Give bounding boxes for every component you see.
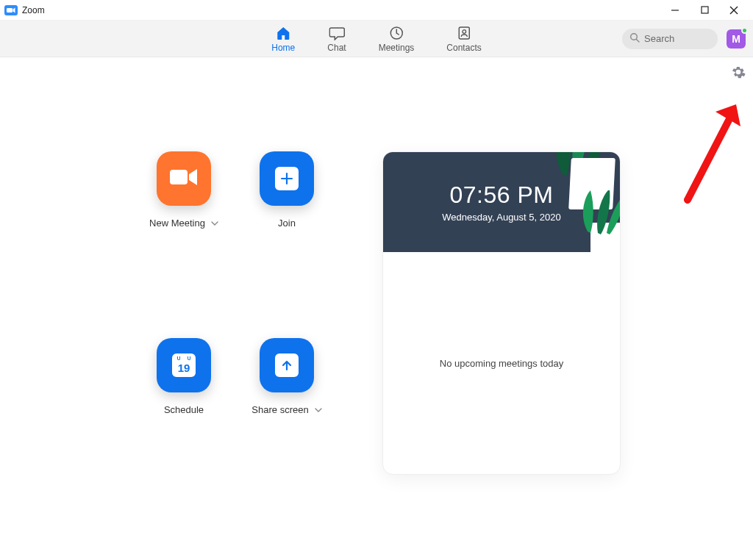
panel-header: 07:56 PM Wednesday, August 5, 2020 (383, 152, 620, 252)
window-minimize-button[interactable] (660, 0, 690, 21)
top-nav: Home Chat Meetings Contacts Search (0, 21, 753, 57)
avatar-initial: M (732, 33, 740, 45)
clock-icon (388, 25, 404, 41)
new-meeting-label-row[interactable]: New Meeting (149, 218, 218, 229)
tab-home[interactable]: Home (271, 25, 295, 53)
svg-rect-0 (7, 8, 13, 12)
svg-line-9 (636, 39, 639, 42)
plus-icon (275, 167, 299, 190)
share-screen-label-row[interactable]: Share screen (251, 404, 321, 415)
chevron-down-icon (315, 406, 322, 414)
share-screen-label: Share screen (251, 404, 308, 415)
clock-time: 07:56 PM (450, 182, 554, 209)
content-area: New Meeting Join 19 (0, 57, 753, 560)
tab-meetings-label: Meetings (379, 43, 415, 53)
join-button[interactable] (260, 151, 314, 206)
decorative-plant-icon (590, 223, 620, 252)
tab-meetings[interactable]: Meetings (379, 25, 415, 53)
svg-point-7 (463, 29, 466, 33)
titlebar: Zoom (0, 0, 753, 21)
new-meeting-button[interactable] (157, 151, 211, 206)
search-icon (629, 32, 640, 46)
home-icon (275, 25, 291, 41)
tab-home-label: Home (271, 43, 295, 53)
new-meeting-label: New Meeting (149, 218, 205, 229)
join-label: Join (278, 218, 296, 229)
search-placeholder: Search (644, 33, 674, 44)
schedule-label: Schedule (164, 404, 204, 415)
action-grid: New Meeting Join 19 (132, 151, 338, 475)
gear-icon (731, 65, 746, 79)
video-icon (168, 166, 199, 191)
calendar-day: 19 (178, 362, 190, 374)
calendar-panel: 07:56 PM Wednesday, August 5, 2020 No up… (382, 151, 621, 475)
window-close-button[interactable] (719, 0, 749, 21)
clock-date: Wednesday, August 5, 2020 (442, 212, 560, 223)
search-input[interactable]: Search (622, 29, 718, 49)
zoom-logo-icon (4, 5, 18, 15)
tab-contacts-label: Contacts (446, 43, 481, 53)
app-title: Zoom (22, 5, 45, 15)
chat-icon (329, 25, 345, 41)
share-screen-button[interactable] (260, 338, 314, 392)
tab-contacts[interactable]: Contacts (446, 25, 481, 53)
chevron-down-icon (211, 219, 218, 227)
settings-button[interactable] (731, 65, 746, 82)
svg-rect-10 (170, 170, 188, 184)
svg-rect-2 (702, 7, 708, 13)
presence-indicator-icon (741, 27, 748, 34)
window-maximize-button[interactable] (690, 0, 719, 21)
schedule-button[interactable]: 19 (157, 338, 211, 392)
avatar[interactable]: M (727, 29, 746, 49)
tab-chat-label: Chat (327, 43, 346, 53)
no-meetings-text: No upcoming meetings today (440, 358, 563, 369)
arrow-up-icon (275, 353, 299, 377)
tab-chat[interactable]: Chat (327, 25, 346, 53)
contacts-icon (456, 25, 472, 41)
calendar-icon: 19 (172, 353, 196, 377)
